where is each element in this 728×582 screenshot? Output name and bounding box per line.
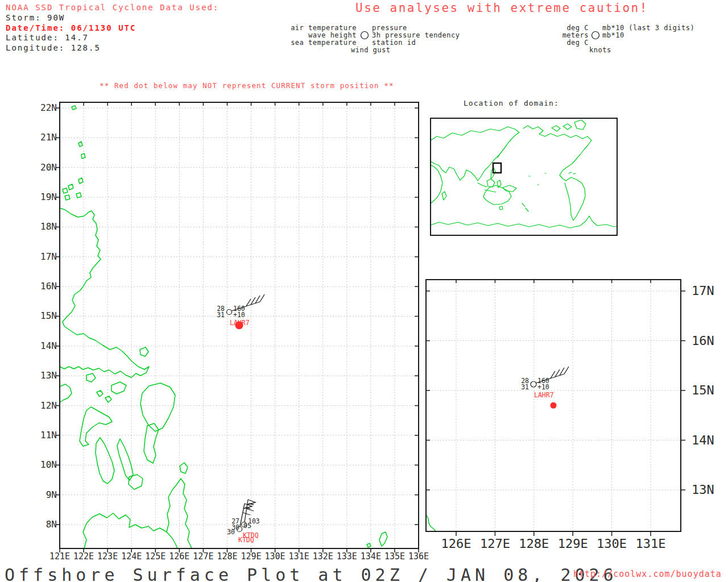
legend-air-temp-label: air temperature <box>260 24 357 32</box>
zoom-map-lat-label: 13N <box>692 483 714 497</box>
zoom-map-lat-label: 15N <box>692 383 714 397</box>
legend-tendency-label: 3h pressure tendency <box>372 31 460 39</box>
main-map-lon-label: 125E <box>142 551 169 562</box>
station-pressure: 05 <box>243 522 251 529</box>
station-pressure-tendency: +10 <box>537 384 549 390</box>
legend-sea-temp-label: sea temperature <box>260 39 357 47</box>
header-latitude-line: Latitude: 14.7 <box>6 33 89 42</box>
legend-wave-height-label: wave height <box>260 31 357 39</box>
station-wave-height: 31 <box>196 311 225 318</box>
header-datetime-line: Date/Time: 06/1130 UTC <box>6 23 136 32</box>
zoom-map-lon-label: 129E <box>553 537 592 551</box>
main-map-lat-label: 12N <box>25 400 57 411</box>
source-url[interactable]: http://coolwx.com/buoydata <box>573 569 722 579</box>
zoom-map-ticks <box>426 280 685 536</box>
domain-rectangle <box>493 163 501 173</box>
zoom-map-lat-label: 17N <box>692 284 714 298</box>
zoom-map-lon-label: 131E <box>631 537 670 551</box>
main-map-lat-label: 10N <box>25 459 57 470</box>
legend-pressure-label: pressure <box>372 24 407 32</box>
station-wave-height: 30 <box>206 529 235 535</box>
legend-wind-gust-units: knots <box>589 46 611 54</box>
header-longitude-line: Longitude: 128.5 <box>6 43 101 52</box>
main-map-lon-label: 128E <box>213 551 241 562</box>
zoom-map-coastline <box>426 515 436 531</box>
zoom-map-lon-label: 130E <box>593 537 631 551</box>
main-map-lat-label: 17N <box>25 251 57 262</box>
legend-wave-height-units: meters <box>492 31 589 39</box>
station-pressure-tendency: +10 <box>233 311 245 318</box>
main-map-lon-label: 126E <box>166 551 193 562</box>
main-map-lon-label: 122E <box>70 551 97 562</box>
main-map-lat-label: 20N <box>25 162 57 173</box>
main-map-lon-label: 134E <box>357 551 384 562</box>
main-map-lon-label: 130E <box>262 551 289 562</box>
zoom-map-lat-label: 16N <box>692 334 714 348</box>
main-map-lon-label: 132E <box>309 551 337 562</box>
legend-sea-temp-units: deg C <box>492 39 589 47</box>
world-coastline <box>431 120 617 228</box>
main-map-lon-label: 127E <box>189 551 217 562</box>
main-map-lon-label: 124E <box>118 551 145 562</box>
main-map-lat-label: 8N <box>25 519 57 530</box>
zoom-map-lon-label: 126E <box>437 537 475 551</box>
inset-map-border <box>431 118 617 235</box>
legend-pressure-units: mb*10 (last 3 digits) <box>602 24 694 32</box>
main-map-lon-label: 123E <box>94 551 121 562</box>
storm-position-warning: ** Red dot below may NOT represent CURRE… <box>100 81 394 90</box>
main-map-lon-label: 129E <box>238 551 265 562</box>
main-map-lon-label: 121E <box>46 551 73 562</box>
zoom-map-lon-label: 128E <box>515 537 553 551</box>
zoom-map-lon-label: 127E <box>475 537 514 551</box>
station-wave-height: 31 <box>500 384 529 390</box>
main-map-lon-label: 135E <box>381 551 408 562</box>
main-map-lat-label: 11N <box>25 430 57 440</box>
main-map-lat-label: 14N <box>25 340 57 351</box>
main-map-lon-label: 131E <box>286 551 313 562</box>
legend-tendency-units: mb*10 <box>602 31 624 39</box>
storm-position-dots <box>235 321 557 409</box>
main-map-lon-label: 136E <box>405 551 432 562</box>
main-map-lat-label: 19N <box>25 192 57 202</box>
main-map-lat-label: 21N <box>25 132 57 143</box>
station-plot-lahr7-main <box>227 294 265 315</box>
station-id: LAHR7 <box>534 392 554 398</box>
station-id: LAHR7 <box>230 319 250 326</box>
legend-air-temp-units: deg C <box>492 24 589 32</box>
legend-wind-gust-label: wind gust <box>351 46 391 54</box>
main-map-lat-label: 9N <box>25 489 57 500</box>
main-map-lon-label: 133E <box>333 551 361 562</box>
philippines-coastline <box>60 106 387 548</box>
main-map-lat-label: 15N <box>25 310 57 321</box>
inset-map-title: Location of domain: <box>464 99 559 107</box>
header-source-line: NOAA SSD Tropical Cyclone Data Used: <box>6 3 219 12</box>
legend-station-id-label: station id <box>372 39 416 47</box>
header-storm-line: Storm: 90W <box>6 13 65 22</box>
main-map-lat-label: 18N <box>25 221 57 232</box>
plot-title: Offshore Surface Plot at 02Z / JAN 08, 2… <box>5 565 618 582</box>
main-map-lat-label: 22N <box>25 102 57 113</box>
caution-banner: Use analyses with extreme caution! <box>355 1 648 15</box>
zoom-map-lat-label: 14N <box>692 433 714 447</box>
main-map-lat-label: 13N <box>25 370 57 381</box>
main-map-lat-label: 16N <box>25 281 57 292</box>
station-id: KTDQ <box>238 537 254 543</box>
station-plot-lahr7-zoom <box>531 367 569 387</box>
